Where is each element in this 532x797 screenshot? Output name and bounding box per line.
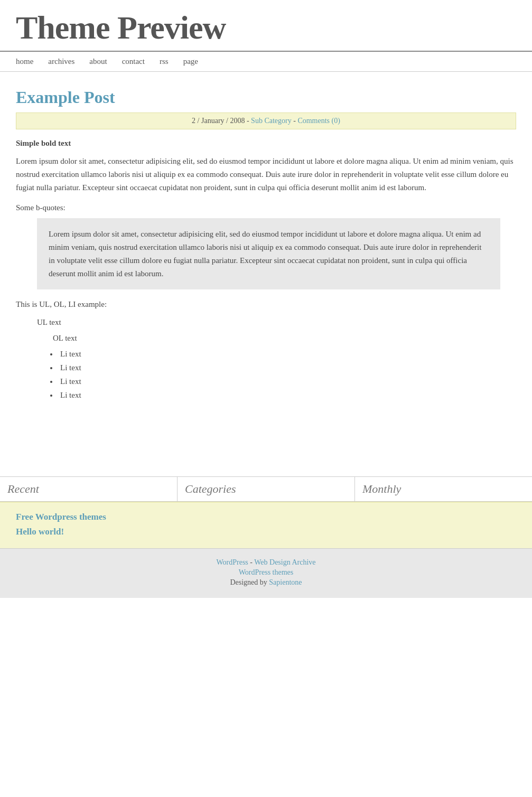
- site-header: Theme Preview: [0, 0, 532, 51]
- bottom-panel-monthly: Monthly: [355, 477, 532, 501]
- main-content: Example Post 2 / January / 2008 - Sub Ca…: [0, 72, 532, 476]
- list-item: Li text: [58, 389, 516, 401]
- post-comments-link[interactable]: Comments (0): [297, 117, 340, 125]
- bottom-panel-recent: Recent: [0, 477, 178, 501]
- nav-item-archives[interactable]: archives: [48, 55, 89, 68]
- post-body: Simple bold text Lorem ipsum dolor sit a…: [16, 137, 516, 401]
- main-nav: homearchivesaboutcontactrsspage: [0, 51, 532, 72]
- footer-designed-by: Designed by: [230, 578, 269, 586]
- post-bold-heading: Simple bold text: [16, 137, 516, 149]
- widget-area: Free Wordpress themesHello world!: [0, 502, 532, 548]
- post-date: 2 / January / 2008: [192, 117, 245, 125]
- site-title: Theme Preview: [16, 10, 516, 45]
- footer-line1: WordPress - Web Design Archive: [16, 558, 516, 567]
- list-item: Li text: [58, 361, 516, 374]
- footer-sapientone-link[interactable]: Sapientone: [269, 578, 302, 586]
- post-ol-text: OL text: [53, 332, 516, 344]
- post-ul-text: UL text: [37, 316, 516, 329]
- footer-web-design-link[interactable]: Web Design Archive: [254, 558, 315, 566]
- list-item: Li text: [58, 375, 516, 388]
- footer-line2: WordPress themes: [16, 568, 516, 577]
- widget-link[interactable]: Hello world!: [16, 524, 516, 539]
- nav-item-about[interactable]: about: [89, 55, 122, 68]
- post-li-list: Li textLi textLi textLi text: [58, 348, 516, 401]
- site-footer: WordPress - Web Design Archive WordPress…: [0, 548, 532, 598]
- footer-wordpress-link[interactable]: WordPress: [216, 558, 248, 566]
- panel-title: Recent: [7, 482, 39, 495]
- widget-link[interactable]: Free Wordpress themes: [16, 510, 516, 524]
- footer-line3: Designed by Sapientone: [16, 578, 516, 587]
- bottom-panels: RecentCategoriesMonthly: [0, 476, 532, 502]
- post-paragraph: Lorem ipsum dolor sit amet, consectetur …: [16, 155, 516, 194]
- post-blockquote: Lorem ipsum dolor sit amet, consectetur …: [37, 218, 500, 289]
- nav-item-rss[interactable]: rss: [160, 55, 183, 68]
- post-bquote-intro: Some b-quotes:: [16, 201, 516, 214]
- bottom-panel-categories: Categories: [178, 477, 355, 501]
- post-sep1: -: [247, 117, 251, 125]
- post-list-intro: This is UL, OL, LI example:: [16, 298, 516, 311]
- post-category-link[interactable]: Sub Category: [251, 117, 292, 125]
- content-spacer: [16, 402, 516, 466]
- post-meta: 2 / January / 2008 - Sub Category - Comm…: [16, 112, 516, 129]
- nav-item-home[interactable]: home: [16, 55, 48, 68]
- panel-title: Monthly: [362, 482, 401, 495]
- panel-title: Categories: [185, 482, 236, 495]
- post-title: Example Post: [16, 88, 516, 107]
- footer-wp-themes-link[interactable]: WordPress themes: [239, 568, 293, 576]
- nav-item-contact[interactable]: contact: [122, 55, 160, 68]
- nav-item-page[interactable]: page: [183, 55, 213, 68]
- list-item: Li text: [58, 348, 516, 360]
